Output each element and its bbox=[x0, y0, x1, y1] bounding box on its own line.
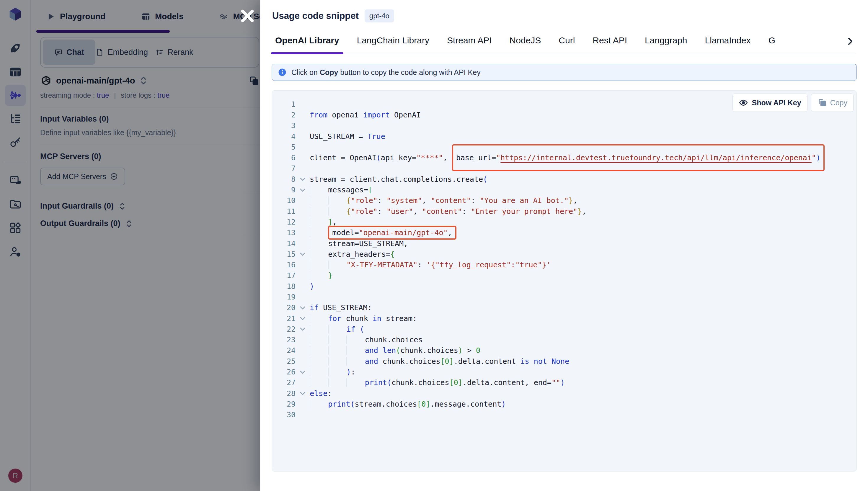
fold-chevron-icon[interactable] bbox=[296, 315, 310, 322]
line-number: 3 bbox=[278, 121, 296, 130]
code-line: 20if USE_STREAM: bbox=[278, 302, 857, 313]
code-line: 28else: bbox=[278, 388, 857, 399]
code-text: for chunk in stream: bbox=[310, 314, 417, 323]
tab-curl[interactable]: Curl bbox=[556, 31, 578, 54]
fold-chevron-icon[interactable] bbox=[296, 304, 310, 312]
line-number: 20 bbox=[278, 304, 296, 312]
code-line: 16 "X-TFY-METADATA": '{"tfy_log_request"… bbox=[278, 259, 857, 270]
code-line: 21 for chunk in stream: bbox=[278, 313, 857, 324]
code-toolbar: Show API Key Copy bbox=[732, 93, 853, 112]
code-line: 30 bbox=[278, 409, 857, 420]
code-text: USE_STREAM = True bbox=[310, 132, 385, 141]
code-text: {"role": "user", "content": "Enter your … bbox=[310, 207, 586, 216]
code-text: chunk.choices bbox=[310, 336, 422, 344]
line-number: 8 bbox=[278, 175, 296, 183]
line-number: 4 bbox=[278, 132, 296, 141]
line-number: 12 bbox=[278, 218, 296, 226]
line-number: 17 bbox=[278, 271, 296, 280]
line-number: 19 bbox=[278, 293, 296, 301]
code-lines: 12from openai import OpenAI34USE_STREAM … bbox=[278, 99, 857, 420]
line-number: 28 bbox=[278, 389, 296, 398]
highlight-box: model="openai-main/gpt-4o", bbox=[328, 226, 456, 239]
fold-chevron-icon[interactable] bbox=[296, 175, 310, 183]
tabs-scroll-right-icon[interactable] bbox=[844, 35, 856, 47]
code-line: 15 extra_headers={ bbox=[278, 249, 857, 259]
code-text: extra_headers={ bbox=[310, 250, 395, 258]
fold-chevron-icon[interactable] bbox=[296, 186, 310, 194]
line-number: 22 bbox=[278, 325, 296, 334]
tab-rest-api[interactable]: Rest API bbox=[590, 31, 630, 54]
code-text: ], bbox=[310, 218, 337, 226]
code-text: "X-TFY-METADATA": '{"tfy_log_request":"t… bbox=[310, 261, 551, 269]
tab-langgraph[interactable]: Langgraph bbox=[642, 31, 690, 54]
fold-chevron-icon[interactable] bbox=[296, 368, 310, 376]
code-text: from openai import OpenAI bbox=[310, 111, 421, 119]
line-number: 18 bbox=[278, 282, 296, 291]
info-icon bbox=[278, 68, 287, 77]
copy-code-button[interactable]: Copy bbox=[811, 93, 853, 112]
code-line: 14 stream=USE_STREAM, bbox=[278, 238, 857, 249]
line-number: 7 bbox=[278, 164, 296, 173]
line-number: 23 bbox=[278, 336, 296, 344]
code-text: if USE_STREAM: bbox=[310, 304, 372, 312]
code-text: model="openai-main/gpt-4o", bbox=[310, 228, 456, 237]
code-line: 26 ): bbox=[278, 367, 857, 377]
modal-header: Usage code snippet gpt-4o bbox=[260, 0, 868, 22]
code-text: } bbox=[310, 271, 332, 280]
line-number: 15 bbox=[278, 250, 296, 258]
highlight-box: base_url="https://internal.devtest.truef… bbox=[452, 144, 824, 171]
fold-chevron-icon[interactable] bbox=[296, 250, 310, 258]
tab-langchain-library[interactable]: LangChain Library bbox=[354, 31, 432, 54]
fold-chevron-icon[interactable] bbox=[296, 389, 310, 397]
line-number: 24 bbox=[278, 346, 296, 355]
line-number: 9 bbox=[278, 185, 296, 194]
code-line: 23 chunk.choices bbox=[278, 335, 857, 345]
code-line: 3 bbox=[278, 120, 857, 131]
code-text: client = OpenAI(api_key="****", base_url… bbox=[310, 153, 824, 162]
line-number: 25 bbox=[278, 357, 296, 366]
code-text: stream=USE_STREAM, bbox=[310, 239, 408, 248]
banner-text: Click on Copy button to copy the code al… bbox=[291, 68, 481, 77]
line-number: 26 bbox=[278, 368, 296, 376]
line-number: 29 bbox=[278, 400, 296, 408]
tab-nodejs[interactable]: NodeJS bbox=[507, 31, 544, 54]
code-text: ) bbox=[310, 282, 314, 291]
show-api-key-button[interactable]: Show API Key bbox=[732, 93, 807, 112]
code-text: ): bbox=[310, 368, 356, 376]
tab-stream-api[interactable]: Stream API bbox=[444, 31, 495, 54]
code-line: 17 } bbox=[278, 270, 857, 281]
code-line: 8stream = client.chat.completions.create… bbox=[278, 174, 857, 184]
usage-code-snippet-modal: Usage code snippet gpt-4o OpenAI Library… bbox=[260, 0, 868, 491]
copy-info-banner: Click on Copy button to copy the code al… bbox=[272, 64, 857, 81]
code-text: if ( bbox=[310, 325, 364, 334]
code-text: and chunk.choices[0].delta.content is no… bbox=[310, 357, 569, 366]
model-badge: gpt-4o bbox=[365, 9, 394, 22]
line-number: 2 bbox=[278, 111, 296, 119]
line-number: 21 bbox=[278, 314, 296, 323]
tab-truncated[interactable]: G bbox=[765, 31, 778, 54]
code-line: 27 print(chunk.choices[0].delta.content,… bbox=[278, 377, 857, 388]
code-text: and len(chunk.choices) > 0 bbox=[310, 346, 480, 355]
tab-openai-library[interactable]: OpenAI Library bbox=[272, 31, 342, 54]
code-text: stream = client.chat.completions.create( bbox=[310, 175, 487, 183]
code-text: {"role": "system", "content": "You are a… bbox=[310, 196, 578, 205]
code-line: 18) bbox=[278, 281, 857, 291]
code-line: 13 model="openai-main/gpt-4o", bbox=[278, 228, 857, 238]
code-text: else: bbox=[310, 389, 332, 398]
code-line: 19 bbox=[278, 291, 857, 302]
code-line: 4USE_STREAM = True bbox=[278, 131, 857, 142]
tab-llamaindex[interactable]: LlamaIndex bbox=[702, 31, 754, 54]
fold-chevron-icon[interactable] bbox=[296, 325, 310, 333]
line-number: 11 bbox=[278, 207, 296, 216]
code-line: 6client = OpenAI(api_key="****", base_ur… bbox=[278, 152, 857, 163]
modal-title: Usage code snippet bbox=[272, 11, 359, 21]
line-number: 30 bbox=[278, 410, 296, 419]
code-line: 11 {"role": "user", "content": "Enter yo… bbox=[278, 206, 857, 216]
code-text: print(chunk.choices[0].delta.content, en… bbox=[310, 378, 565, 387]
code-language-tabs: OpenAI Library LangChain Library Stream … bbox=[272, 31, 856, 54]
code-line: 9 messages=[ bbox=[278, 184, 857, 195]
close-icon[interactable] bbox=[239, 7, 256, 25]
code-line: 29 print(stream.choices[0].message.conte… bbox=[278, 399, 857, 409]
line-number: 10 bbox=[278, 196, 296, 205]
line-number: 14 bbox=[278, 239, 296, 248]
